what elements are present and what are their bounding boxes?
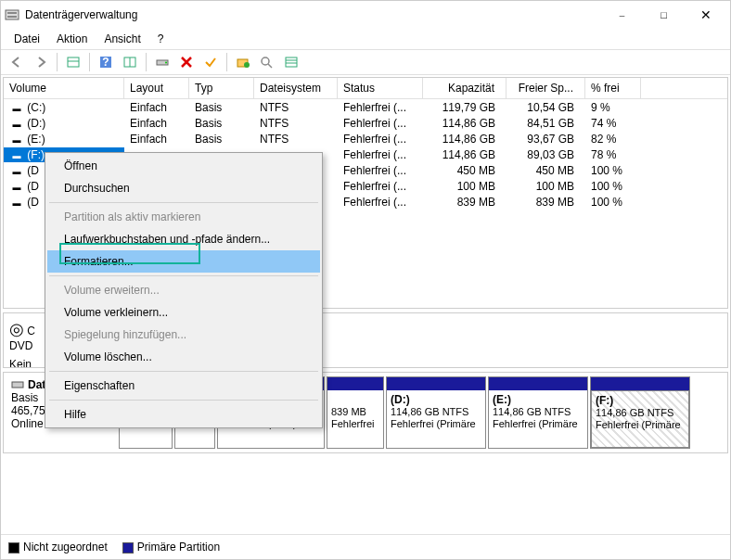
partition-body: (F:)114,86 GB NTFSFehlerfrei (Primäre: [591, 390, 689, 448]
menu-item[interactable]: Hilfe: [47, 403, 320, 426]
menu-item[interactable]: Formatieren...: [47, 250, 320, 273]
volume-frei: 93,67 GB: [507, 132, 585, 146]
volume-fs: NTFS: [254, 116, 338, 131]
col-pct[interactable]: % frei: [585, 78, 641, 98]
menu-item[interactable]: Öffnen: [47, 155, 320, 177]
col-volume[interactable]: Volume: [4, 78, 124, 98]
volume-pct: 9 %: [585, 100, 641, 115]
volume-status: Fehlerfrei (...: [338, 116, 423, 131]
svg-rect-1: [7, 12, 17, 14]
volume-kap: 114,86 GB: [423, 116, 507, 131]
volume-fs: NTFS: [254, 132, 338, 146]
window-title: Datenträgerverwaltung: [25, 8, 601, 21]
app-icon: [5, 7, 19, 22]
toolbar: ?: [1, 49, 730, 75]
partition-body: 839 MBFehlerfrei: [327, 390, 383, 448]
volume-pct: 74 %: [585, 116, 641, 131]
search-icon[interactable]: [257, 52, 277, 72]
drive-icon: ▬: [9, 135, 24, 145]
volume-layout: Einfach: [124, 100, 189, 115]
drive-icon[interactable]: [152, 52, 173, 72]
menu-item: Spiegelung hinzufügen...: [47, 324, 320, 346]
drive-icon: ▬: [9, 104, 24, 113]
check-button[interactable]: [200, 52, 221, 72]
menu-item[interactable]: Eigenschaften: [47, 375, 320, 397]
menu-help[interactable]: ?: [152, 31, 170, 47]
svg-point-13: [262, 57, 269, 65]
legend-unallocated: Nicht zugeordnet: [8, 541, 108, 554]
volume-frei: 450 MB: [507, 163, 585, 178]
menu-separator: [49, 400, 318, 401]
menu-file[interactable]: Datei: [8, 31, 45, 47]
partition[interactable]: 839 MBFehlerfrei: [327, 376, 384, 449]
volume-kap: 839 MB: [423, 195, 507, 210]
svg-rect-15: [286, 57, 297, 67]
partition-bar: [327, 377, 383, 390]
volume-name: (F:): [27, 148, 45, 161]
volume-status: Fehlerfrei (...: [338, 132, 423, 146]
minimize-button[interactable]: –: [601, 1, 643, 29]
folder-add-icon[interactable]: [233, 52, 253, 72]
partition-body: (E:)114,86 GB NTFSFehlerfrei (Primäre: [489, 390, 587, 448]
menu-separator: [49, 202, 318, 203]
partition-bar: [489, 377, 587, 390]
svg-rect-3: [68, 57, 79, 67]
volume-pct: 78 %: [585, 147, 641, 162]
volume-fs: NTFS: [254, 100, 338, 115]
svg-rect-2: [7, 16, 17, 18]
layout-button[interactable]: [120, 52, 140, 72]
volume-typ: Basis: [189, 132, 254, 146]
menu-view[interactable]: Ansicht: [98, 31, 146, 47]
col-layout[interactable]: Layout: [124, 78, 189, 98]
menu-item[interactable]: Durchsuchen: [47, 177, 320, 199]
volume-frei: 100 MB: [507, 179, 585, 194]
col-kap[interactable]: Kapazität: [423, 78, 507, 98]
volume-row[interactable]: ▬ (D:)EinfachBasisNTFSFehlerfrei (...114…: [4, 115, 727, 131]
list-icon[interactable]: [281, 52, 301, 72]
volume-pct: 100 %: [585, 179, 641, 194]
menu-item[interactable]: Volume verkleinern...: [47, 301, 320, 324]
volume-row[interactable]: ▬ (E:)EinfachBasisNTFSFehlerfrei (...114…: [4, 131, 727, 146]
partition[interactable]: (E:)114,86 GB NTFSFehlerfrei (Primäre: [488, 376, 588, 449]
col-frei[interactable]: Freier Sp...: [507, 78, 585, 98]
drive-icon: ▬: [9, 151, 24, 160]
partition[interactable]: (D:)114,86 GB NTFSFehlerfrei (Primäre: [386, 376, 486, 449]
volume-row[interactable]: ▬ (C:)EinfachBasisNTFSFehlerfrei (...119…: [4, 99, 727, 115]
drive-icon: ▬: [9, 120, 24, 129]
delete-button[interactable]: [176, 52, 197, 72]
view-settings-button[interactable]: [63, 52, 83, 72]
volume-name: (D: [27, 196, 39, 209]
disk-icon: [11, 379, 24, 390]
cd-icon: ◎: [9, 320, 24, 338]
volume-frei: 84,51 GB: [507, 116, 585, 131]
volume-layout: Einfach: [124, 116, 189, 131]
partition[interactable]: (F:)114,86 GB NTFSFehlerfrei (Primäre: [590, 376, 690, 449]
menubar: Datei Aktion Ansicht ?: [1, 29, 730, 49]
volume-kap: 450 MB: [423, 163, 507, 178]
col-status[interactable]: Status: [338, 78, 423, 98]
menu-action[interactable]: Aktion: [51, 31, 93, 47]
col-typ[interactable]: Typ: [189, 78, 254, 98]
volume-typ: Basis: [189, 116, 254, 131]
volume-name: (C:): [27, 101, 45, 114]
volume-pct: 100 %: [585, 195, 641, 210]
close-button[interactable]: ✕: [685, 1, 726, 29]
maximize-button[interactable]: □: [643, 1, 685, 29]
menu-item: Volume erweitern...: [47, 279, 320, 301]
volume-name: (E:): [27, 133, 45, 146]
forward-button[interactable]: [31, 52, 51, 72]
volume-status: Fehlerfrei (...: [338, 163, 423, 178]
volume-frei: 839 MB: [507, 195, 585, 210]
svg-rect-18: [12, 382, 23, 388]
col-fs[interactable]: Dateisystem: [254, 78, 338, 98]
svg-point-10: [165, 62, 167, 64]
help-button[interactable]: ?: [96, 52, 116, 72]
partition-bar: [387, 377, 485, 390]
back-button[interactable]: [6, 52, 27, 72]
volume-kap: 114,86 GB: [423, 147, 507, 162]
menu-item[interactable]: Laufwerkbuchstaben und -pfade ändern...: [47, 228, 320, 250]
menu-item[interactable]: Volume löschen...: [47, 346, 320, 368]
volume-name: (D:): [27, 117, 45, 130]
volume-name: (D: [27, 164, 39, 177]
volume-kap: 100 MB: [423, 179, 507, 194]
